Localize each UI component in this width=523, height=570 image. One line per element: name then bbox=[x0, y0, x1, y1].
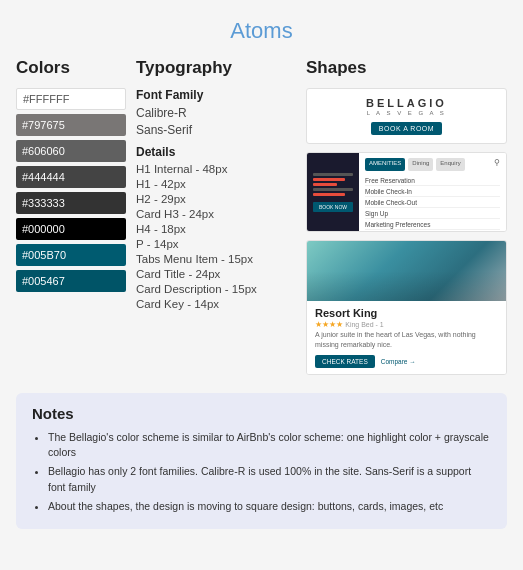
mockup-menu-item-2: Mobile Check-In bbox=[365, 186, 500, 197]
mockup-menu: AMENITIES Dining Enquiry ⚲ Free Reservat… bbox=[359, 153, 506, 231]
color-swatch-005b70: #005B70 bbox=[16, 244, 126, 266]
ui-mockup-card: BOOK NOW AMENITIES Dining Enquiry ⚲ Free… bbox=[306, 152, 507, 232]
resort-image-overlay bbox=[307, 241, 506, 301]
colors-section-title: Colors bbox=[16, 58, 126, 78]
resort-description: A junior suite in the heart of Las Vegas… bbox=[315, 330, 498, 350]
color-swatch-606060: #606060 bbox=[16, 140, 126, 162]
typography-section-title: Typography bbox=[136, 58, 296, 78]
mockup-phone: BOOK NOW bbox=[307, 153, 359, 231]
font-family-label: Font Family bbox=[136, 88, 296, 102]
mockup-tab-enquiry: Enquiry bbox=[436, 158, 464, 171]
bellagio-sub-text: L A S V E G A S bbox=[367, 110, 447, 116]
type-h2: H2 - 29px bbox=[136, 193, 296, 205]
resort-rating-text: King Bed - 1 bbox=[345, 321, 384, 328]
bellagio-book-button[interactable]: BOOK A ROOM bbox=[371, 122, 442, 135]
shapes-section-title: Shapes bbox=[306, 58, 507, 78]
mockup-tabs: AMENITIES Dining Enquiry ⚲ bbox=[365, 158, 500, 171]
mockup-search-area: ⚲ bbox=[494, 158, 500, 167]
shapes-grid: BELLAGIO L A S V E G A S BOOK A ROOM BOO… bbox=[306, 88, 507, 375]
font-calibre: Calibre-R bbox=[136, 106, 296, 120]
type-h1-internal: H1 Internal - 48px bbox=[136, 163, 296, 175]
type-card-title: Card Title - 24px bbox=[136, 268, 296, 280]
color-swatch-white: #FFFFFF bbox=[16, 88, 126, 110]
font-sans-serif: Sans-Serif bbox=[136, 123, 296, 137]
mockup-menu-item-4: Sign Up bbox=[365, 208, 500, 219]
color-swatch-333333: #333333 bbox=[16, 192, 126, 214]
type-h4: H4 - 18px bbox=[136, 223, 296, 235]
color-swatch-797675: #797675 bbox=[16, 114, 126, 136]
type-card-h3: Card H3 - 24px bbox=[136, 208, 296, 220]
resort-actions: CHECK RATES Compare → bbox=[315, 355, 498, 368]
type-tabs-menu: Tabs Menu Item - 15px bbox=[136, 253, 296, 265]
phone-line-3 bbox=[313, 183, 337, 186]
resort-info: Resort King ★★★★ King Bed - 1 A junior s… bbox=[307, 301, 506, 374]
resort-stars: ★★★★ King Bed - 1 bbox=[315, 320, 498, 329]
phone-line-2 bbox=[313, 178, 345, 181]
resort-check-rates-button[interactable]: CHECK RATES bbox=[315, 355, 375, 368]
notes-section: Notes The Bellagio's color scheme is sim… bbox=[16, 393, 507, 530]
phone-line-4 bbox=[313, 188, 353, 191]
phone-line-5 bbox=[313, 193, 345, 196]
type-card-key: Card Key - 14px bbox=[136, 298, 296, 310]
color-swatch-005467: #005467 bbox=[16, 270, 126, 292]
note-item-3: About the shapes, the design is moving t… bbox=[48, 499, 491, 515]
type-p: P - 14px bbox=[136, 238, 296, 250]
typography-column: Typography Font Family Calibre-R Sans-Se… bbox=[136, 58, 296, 313]
resort-compare-link[interactable]: Compare → bbox=[381, 358, 416, 365]
phone-mock-button: BOOK NOW bbox=[313, 202, 353, 212]
resort-card: Resort King ★★★★ King Bed - 1 A junior s… bbox=[306, 240, 507, 375]
mockup-tab-amenities: AMENITIES bbox=[365, 158, 405, 171]
main-content: Colors #FFFFFF #797675 #606060 #444444 #… bbox=[0, 58, 523, 375]
mockup-menu-item-3: Mobile Check-Out bbox=[365, 197, 500, 208]
mockup-menu-item-1: Free Reservation bbox=[365, 175, 500, 186]
mockup-tab-dining: Dining bbox=[408, 158, 433, 171]
note-item-2: Bellagio has only 2 font families. Calib… bbox=[48, 464, 491, 496]
notes-list: The Bellagio's color scheme is similar t… bbox=[32, 430, 491, 515]
details-label: Details bbox=[136, 145, 296, 159]
search-icon: ⚲ bbox=[494, 158, 500, 167]
resort-image bbox=[307, 241, 506, 301]
bellagio-card: BELLAGIO L A S V E G A S BOOK A ROOM bbox=[306, 88, 507, 144]
resort-name: Resort King bbox=[315, 307, 498, 319]
mockup-menu-item-6: Contact Us bbox=[365, 230, 500, 232]
phone-screen bbox=[313, 173, 353, 198]
type-h1: H1 - 42px bbox=[136, 178, 296, 190]
note-item-1: The Bellagio's color scheme is similar t… bbox=[48, 430, 491, 462]
colors-column: Colors #FFFFFF #797675 #606060 #444444 #… bbox=[16, 58, 126, 296]
notes-title: Notes bbox=[32, 405, 491, 422]
phone-line-1 bbox=[313, 173, 353, 176]
color-swatch-000000: #000000 bbox=[16, 218, 126, 240]
color-swatch-444444: #444444 bbox=[16, 166, 126, 188]
type-card-desc: Card Description - 15px bbox=[136, 283, 296, 295]
mockup-menu-item-5: Marketing Preferences bbox=[365, 219, 500, 230]
shapes-column: Shapes BELLAGIO L A S V E G A S BOOK A R… bbox=[306, 58, 507, 375]
bellagio-logo-text: BELLAGIO bbox=[366, 97, 447, 109]
page-title: Atoms bbox=[0, 0, 523, 58]
